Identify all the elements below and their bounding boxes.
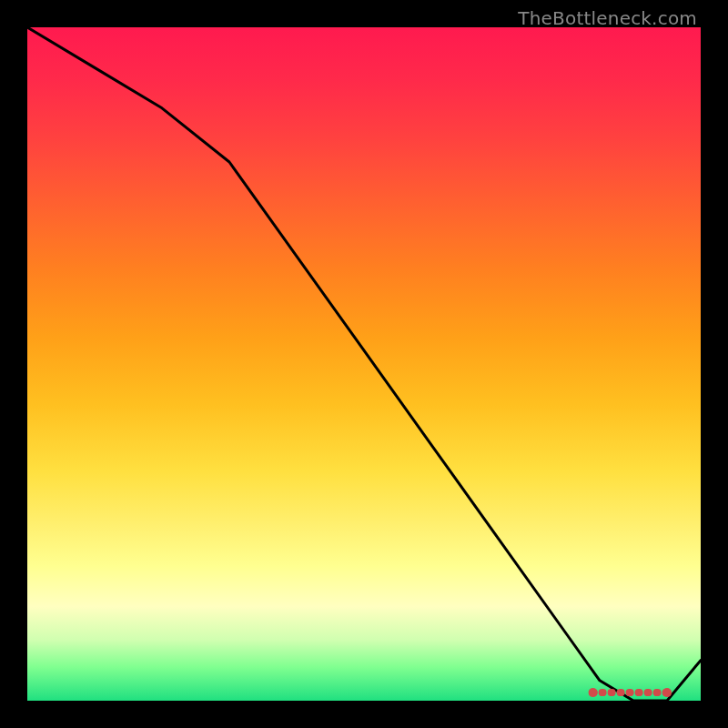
svg-point-1	[662, 688, 672, 697]
optimal-range-marker	[27, 27, 701, 701]
chart-container: TheBottleneck.com	[0, 0, 728, 728]
svg-point-0	[589, 688, 598, 697]
attribution-text: TheBottleneck.com	[518, 7, 697, 29]
